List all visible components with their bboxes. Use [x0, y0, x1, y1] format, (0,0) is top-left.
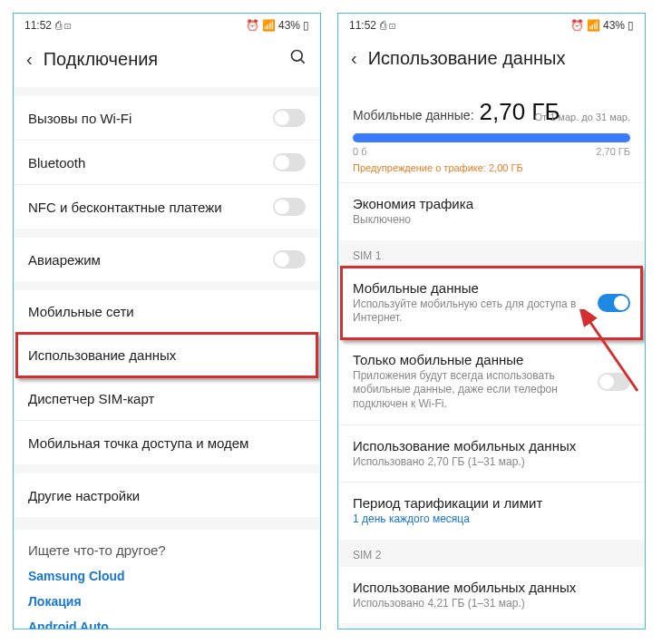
status-signal-icon: 📶 — [587, 19, 600, 32]
status-signal-icon: 📶 — [262, 19, 276, 32]
footer: Ищете что-то другое? Samsung Cloud Локац… — [14, 530, 320, 629]
row-mobile-data-usage-sim2[interactable]: Использование мобильных данных Использов… — [338, 567, 645, 624]
row-label: Другие настройки — [28, 488, 306, 503]
toggle-wifi-calling[interactable] — [273, 109, 306, 127]
search-icon[interactable] — [289, 48, 307, 71]
footer-link-samsung-cloud[interactable]: Samsung Cloud — [28, 569, 306, 583]
page-title: Использование данных — [368, 48, 632, 69]
page-title: Подключения — [44, 49, 278, 70]
phone-right: 11:52 ⎙ ⊡ ⏰ 📶 43% ▯ ‹ Использование данн… — [337, 13, 646, 629]
status-time: 11:52 — [349, 19, 376, 32]
status-time: 11:52 — [24, 19, 52, 32]
row-label: Использование данных — [28, 347, 306, 363]
row-label: Мобильные сети — [28, 304, 306, 319]
usage-warning: Предупреждение о трафике: 2,00 ГБ — [353, 162, 630, 173]
row-sub: Использовано 2,70 ГБ (1–31 мар.) — [353, 455, 630, 470]
row-other-settings[interactable]: Другие настройки — [14, 473, 320, 517]
row-label: Мобильные данные — [353, 280, 598, 296]
status-alarm-icon: ⏰ — [570, 19, 584, 32]
status-battery: 43% — [278, 19, 300, 32]
toggle-mobile-data[interactable] — [598, 294, 630, 312]
status-bar: 11:52 ⎙ ⊡ ⏰ 📶 43% ▯ — [338, 14, 645, 37]
row-wifi-calling[interactable]: Вызовы по Wi-Fi — [14, 96, 320, 141]
usage-bar — [353, 133, 630, 142]
row-sub: Использовано 4,21 ГБ (1–31 мар.) — [353, 597, 630, 611]
toggle-only-mobile[interactable] — [598, 373, 630, 391]
row-label: Использование мобильных данных — [353, 580, 630, 595]
row-sub: Приложения будут всегда использовать моб… — [353, 369, 598, 412]
row-label: Использование мобильных данных — [353, 438, 630, 454]
row-label: Bluetooth — [28, 155, 273, 171]
row-data-saver[interactable]: Экономия трафика Выключено — [338, 183, 645, 240]
row-airplane[interactable]: Авиарежим — [14, 238, 320, 281]
usage-label: Мобильные данные: — [353, 108, 474, 122]
row-billing-cycle[interactable]: Период тарификации и лимит 1 день каждог… — [338, 483, 645, 540]
row-label: Мобильная точка доступа и модем — [28, 435, 306, 451]
row-mobile-data-usage[interactable]: Использование мобильных данных Использов… — [338, 425, 645, 483]
footer-question: Ищете что-то другое? — [28, 542, 306, 558]
row-label: Диспетчер SIM-карт — [28, 391, 306, 406]
back-icon[interactable]: ‹ — [26, 49, 33, 70]
row-only-mobile-data[interactable]: Только мобильные данные Приложения будут… — [338, 339, 645, 425]
status-alarm-icon: ⏰ — [246, 19, 259, 32]
row-label: Вызовы по Wi-Fi — [28, 111, 273, 126]
section-sim2: SIM 2 — [338, 540, 645, 567]
footer-link-android-auto[interactable]: Android Auto — [28, 620, 306, 629]
row-sub: 1 день каждого месяца — [353, 512, 630, 527]
row-mobile-networks[interactable]: Мобильные сети — [14, 290, 320, 334]
row-label: Только мобильные данные — [353, 352, 598, 367]
row-data-usage[interactable]: Использование данных — [14, 334, 320, 377]
header: ‹ Подключения — [14, 37, 320, 87]
phone-left: 11:52 ⎙ ⊡ ⏰ 📶 43% ▯ ‹ Подключения Вызовы… — [13, 13, 321, 629]
row-sub: Выключено — [353, 213, 630, 228]
toggle-airplane[interactable] — [273, 250, 306, 268]
status-notif-icon: ⎙ ⊡ — [55, 19, 71, 32]
section-sim1: SIM 1 — [338, 240, 645, 268]
row-sim-manager[interactable]: Диспетчер SIM-карт — [14, 377, 320, 421]
row-label: Экономия трафика — [353, 196, 630, 211]
usage-min: 0 б — [353, 146, 366, 157]
svg-line-1 — [301, 60, 305, 63]
row-label: Период тарификации и лимит — [353, 495, 630, 511]
toggle-bluetooth[interactable] — [273, 153, 306, 171]
status-battery: 43% — [603, 19, 625, 32]
back-icon[interactable]: ‹ — [351, 48, 357, 69]
usage-max: 2,70 ГБ — [596, 146, 630, 157]
row-hotspot[interactable]: Мобильная точка доступа и модем — [14, 421, 320, 464]
status-notif-icon: ⎙ ⊡ — [380, 19, 395, 32]
battery-icon: ▯ — [628, 19, 634, 32]
row-sub: Используйте мобильную сеть для доступа в… — [353, 298, 598, 326]
battery-icon: ▯ — [303, 19, 309, 32]
toggle-nfc[interactable] — [273, 198, 306, 216]
usage-summary: Мобильные данные: 2,70 ГБ От 1 мар. до 3… — [338, 85, 645, 182]
row-label: Авиарежим — [28, 252, 273, 268]
row-bluetooth[interactable]: Bluetooth — [14, 141, 320, 185]
row-label: NFC и бесконтактные платежи — [28, 200, 273, 215]
svg-point-0 — [292, 51, 303, 62]
footer-link-location[interactable]: Локация — [28, 594, 306, 609]
row-nfc[interactable]: NFC и бесконтактные платежи — [14, 185, 320, 229]
status-bar: 11:52 ⎙ ⊡ ⏰ 📶 43% ▯ — [14, 14, 320, 37]
header: ‹ Использование данных — [338, 37, 645, 85]
row-mobile-data[interactable]: Мобильные данные Используйте мобильную с… — [338, 268, 645, 339]
